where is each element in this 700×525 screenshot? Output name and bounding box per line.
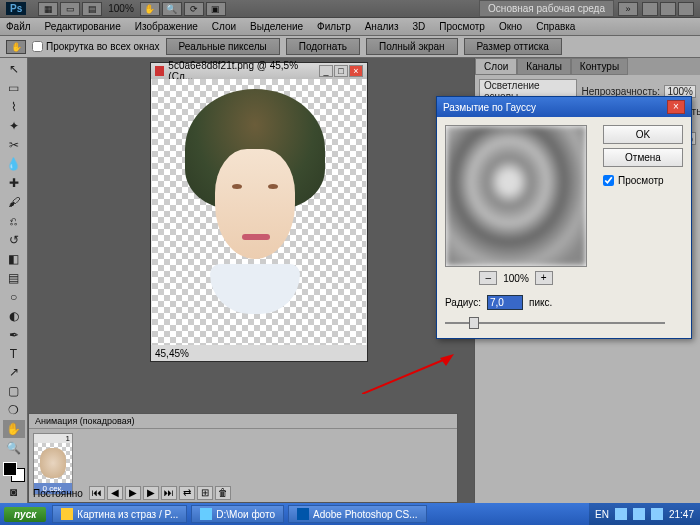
- menu-window[interactable]: Окно: [499, 21, 522, 32]
- blur-tool-icon[interactable]: ○: [3, 288, 25, 306]
- animation-tab[interactable]: Анимация (покадровая): [29, 414, 457, 429]
- new-frame-button[interactable]: ⊞: [197, 486, 213, 500]
- tween-button[interactable]: ⇄: [179, 486, 195, 500]
- gaussian-blur-dialog: Размытие по Гауссу × OK Отмена Просмотр …: [436, 96, 692, 339]
- first-frame-button[interactable]: ⏮: [89, 486, 105, 500]
- radius-slider[interactable]: [445, 316, 665, 330]
- windows-taskbar: пуск Картина из страз / P... D:\Мои фото…: [0, 503, 700, 525]
- start-button[interactable]: пуск: [4, 507, 46, 522]
- document-canvas[interactable]: [152, 79, 366, 345]
- more-icon[interactable]: »: [618, 2, 638, 16]
- full-screen-button[interactable]: Полный экран: [366, 38, 458, 55]
- dialog-close-button[interactable]: ×: [667, 100, 685, 114]
- stamp-tool-icon[interactable]: ⎌: [3, 212, 25, 230]
- heal-tool-icon[interactable]: ✚: [3, 174, 25, 192]
- bridge-icon[interactable]: ▦: [38, 2, 58, 16]
- prev-frame-button[interactable]: ◀: [107, 486, 123, 500]
- maximize-button[interactable]: [660, 2, 676, 16]
- menu-edit[interactable]: Редактирование: [45, 21, 121, 32]
- screen-mode-icon[interactable]: ▣: [206, 2, 226, 16]
- quickmask-icon[interactable]: ◙: [3, 483, 25, 501]
- pen-tool-icon[interactable]: ✒: [3, 326, 25, 344]
- close-button[interactable]: [678, 2, 694, 16]
- path-tool-icon[interactable]: ↗: [3, 364, 25, 382]
- task-item[interactable]: Картина из страз / P...: [52, 505, 187, 523]
- blur-preview[interactable]: [445, 125, 587, 267]
- gradient-tool-icon[interactable]: ▤: [3, 269, 25, 287]
- arrange-icon[interactable]: ▤: [82, 2, 102, 16]
- annotation-arrow: [362, 354, 454, 394]
- menu-3d[interactable]: 3D: [412, 21, 425, 32]
- shape-tool-icon[interactable]: ▢: [3, 382, 25, 400]
- doc-minimize-button[interactable]: _: [319, 65, 333, 77]
- app-titlebar: Ps ▦ ▭ ▤ 100% ✋ 🔍 ⟳ ▣ Основная рабочая с…: [0, 0, 700, 18]
- lasso-tool-icon[interactable]: ⌇: [3, 98, 25, 116]
- task-item[interactable]: Adobe Photoshop CS...: [288, 505, 427, 523]
- doc-maximize-button[interactable]: □: [334, 65, 348, 77]
- tab-layers[interactable]: Слои: [475, 58, 517, 75]
- type-tool-icon[interactable]: T: [3, 345, 25, 363]
- hand-icon[interactable]: ✋: [140, 2, 160, 16]
- loop-selector[interactable]: Постоянно: [33, 488, 83, 499]
- menu-select[interactable]: Выделение: [250, 21, 303, 32]
- crop-tool-icon[interactable]: ✂: [3, 136, 25, 154]
- move-tool-icon[interactable]: ↖: [3, 60, 25, 78]
- dialog-titlebar[interactable]: Размытие по Гауссу ×: [437, 97, 691, 117]
- menu-filter[interactable]: Фильтр: [317, 21, 351, 32]
- eraser-tool-icon[interactable]: ◧: [3, 250, 25, 268]
- delete-frame-button[interactable]: 🗑: [215, 486, 231, 500]
- zoom-in-button[interactable]: +: [535, 271, 553, 285]
- last-frame-button[interactable]: ⏭: [161, 486, 177, 500]
- tab-paths[interactable]: Контуры: [571, 58, 628, 75]
- next-frame-button[interactable]: ▶: [143, 486, 159, 500]
- lang-indicator[interactable]: EN: [595, 509, 609, 520]
- wand-tool-icon[interactable]: ✦: [3, 117, 25, 135]
- task-item[interactable]: D:\Мои фото: [191, 505, 284, 523]
- zoom-out-button[interactable]: –: [479, 271, 497, 285]
- zoom-tool-icon[interactable]: 🔍: [3, 439, 25, 457]
- color-swatches[interactable]: [3, 462, 25, 482]
- workspace-switcher[interactable]: Основная рабочая среда: [479, 0, 614, 17]
- menu-file[interactable]: Файл: [6, 21, 31, 32]
- doc-icon: [155, 66, 164, 76]
- eyedropper-tool-icon[interactable]: 💧: [3, 155, 25, 173]
- dodge-tool-icon[interactable]: ◐: [3, 307, 25, 325]
- doc-close-button[interactable]: ×: [349, 65, 363, 77]
- actual-pixels-button[interactable]: Реальные пикселы: [166, 38, 280, 55]
- history-brush-icon[interactable]: ↺: [3, 231, 25, 249]
- fit-screen-button[interactable]: Подогнать: [286, 38, 360, 55]
- minimize-button[interactable]: [642, 2, 658, 16]
- marquee-tool-icon[interactable]: ▭: [3, 79, 25, 97]
- preview-checkbox[interactable]: Просмотр: [603, 175, 683, 186]
- menu-analysis[interactable]: Анализ: [365, 21, 399, 32]
- 3d-tool-icon[interactable]: ❍: [3, 401, 25, 419]
- menu-layer[interactable]: Слои: [212, 21, 236, 32]
- scroll-all-checkbox[interactable]: Прокрутка во всех окнах: [32, 41, 160, 52]
- ps-logo: Ps: [6, 2, 26, 15]
- brush-tool-icon[interactable]: 🖌: [3, 193, 25, 211]
- opacity-label: Непрозрачность:: [581, 86, 660, 97]
- play-button[interactable]: ▶: [125, 486, 141, 500]
- document-titlebar[interactable]: 5c0a6e8d8f21t.png @ 45,5% (Сл... _ □ ×: [151, 63, 367, 79]
- tray-icon[interactable]: [615, 508, 627, 520]
- dialog-title: Размытие по Гауссу: [443, 102, 536, 113]
- clock[interactable]: 21:47: [669, 509, 694, 520]
- menu-image[interactable]: Изображение: [135, 21, 198, 32]
- menubar: Файл Редактирование Изображение Слои Выд…: [0, 18, 700, 36]
- doc-zoom-status: 45,45%: [155, 348, 189, 359]
- ok-button[interactable]: OK: [603, 125, 683, 144]
- cancel-button[interactable]: Отмена: [603, 148, 683, 167]
- tool-preset-icon[interactable]: ✋: [6, 40, 26, 54]
- menu-help[interactable]: Справка: [536, 21, 575, 32]
- zoom-icon[interactable]: 🔍: [162, 2, 182, 16]
- hand-tool-icon[interactable]: ✋: [3, 420, 25, 438]
- print-size-button[interactable]: Размер оттиска: [464, 38, 562, 55]
- document-statusbar: 45,45%: [151, 345, 367, 361]
- tab-channels[interactable]: Каналы: [517, 58, 571, 75]
- rotate-icon[interactable]: ⟳: [184, 2, 204, 16]
- radius-input[interactable]: 7,0: [487, 295, 523, 310]
- tray-icon[interactable]: [633, 508, 645, 520]
- view-extras-icon[interactable]: ▭: [60, 2, 80, 16]
- menu-view[interactable]: Просмотр: [439, 21, 485, 32]
- tray-icon[interactable]: [651, 508, 663, 520]
